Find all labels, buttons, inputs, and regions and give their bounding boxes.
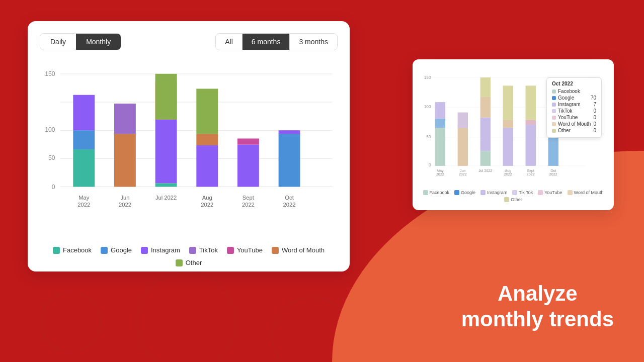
sept-youtube [237,139,259,145]
legend-color-instagram [141,247,148,254]
chart-tooltip: Oct 2022 Facebook Google 70 Instagram 7 … [546,77,602,138]
small-legend-other: Other [504,197,522,202]
small-legend-label-google: Google [461,190,475,195]
svg-text:Oct: Oct [285,195,294,201]
s-sept-youtube [526,120,536,125]
svg-text:2022: 2022 [436,172,444,176]
tooltip-color-tiktok [552,109,556,113]
legend-item-instagram: Instagram [141,246,180,254]
tooltip-val-tiktok: 0 [593,108,596,114]
svg-text:2022: 2022 [119,202,131,208]
legend-item-tiktok: TikTok [189,246,218,254]
svg-text:2022: 2022 [549,172,557,176]
svg-text:2022: 2022 [527,172,535,176]
decorative-circle-1 [40,292,101,352]
tagline-line1: Analyze [461,281,614,306]
svg-text:Sept: Sept [243,195,255,201]
tooltip-title: Oct 2022 [552,81,596,86]
may-instagram [73,95,95,130]
small-legend-facebook: Facebook [423,190,450,195]
small-legend-color-youtube [538,190,543,195]
chart-legend: Facebook Google Instagram TikTok YouTube… [40,246,338,266]
small-legend-color-instagram [480,190,486,195]
tooltip-label-youtube: YouTube [558,115,591,120]
legend-color-google [101,247,108,254]
tooltip-row-youtube: YouTube 0 [552,115,596,120]
svg-text:Aug: Aug [202,195,212,201]
3months-filter-button[interactable]: 3 months [290,34,337,50]
s-aug-other [503,85,513,120]
small-legend-color-google [454,190,459,195]
6months-filter-button[interactable]: 6 months [243,34,290,50]
svg-text:Jun: Jun [120,195,129,201]
small-legend-color-facebook [423,190,428,195]
may-facebook [73,149,95,187]
small-chart-legend: Facebook Google Instagram Tik Tok YouTub… [421,190,606,202]
small-chart-card: 150 100 50 0 [413,59,614,210]
small-legend-label-facebook: Facebook [430,190,450,195]
filter-toggle: All 6 months 3 months [215,33,338,50]
svg-text:2022: 2022 [459,172,467,176]
svg-text:2022: 2022 [77,202,90,208]
view-toggle: Daily Monthly [40,33,121,50]
svg-text:2022: 2022 [201,202,213,208]
tooltip-val-youtube: 0 [593,115,596,120]
small-legend-tiktok: Tik Tok [512,190,533,195]
legend-label-facebook: Facebook [63,246,92,254]
s-jul-other [480,77,491,97]
small-legend-youtube: YouTube [538,190,562,195]
svg-text:150: 150 [424,75,431,80]
tooltip-val-google: 70 [591,95,596,101]
bar-chart: 150 100 50 0 [40,60,338,241]
legend-item-youtube: YouTube [227,246,263,254]
svg-text:100: 100 [45,126,55,133]
tooltip-val-instagram: 7 [593,102,596,107]
s-sept-other [526,85,536,120]
small-legend-google: Google [454,190,475,195]
tooltip-val-other: 0 [593,128,596,133]
svg-text:50: 50 [426,135,431,139]
jun-wordofmouth [114,134,136,187]
tooltip-color-other [552,129,556,133]
aug-wordofmouth [196,134,218,145]
legend-label-google: Google [111,246,132,254]
tooltip-color-facebook [552,89,556,94]
small-legend-instagram: Instagram [480,190,507,195]
legend-item-wordofmouth: Word of Mouth [272,246,325,254]
s-jun-wom [458,128,468,166]
tooltip-label-tiktok: TikTok [558,108,591,114]
legend-label-other: Other [186,259,202,266]
s-jul-facebook [480,151,491,166]
legend-label-instagram: Instagram [151,246,180,254]
jul-instagram [155,120,177,184]
tooltip-label-google: Google [558,95,589,101]
s-may-google [435,119,445,128]
tooltip-color-instagram [552,103,556,107]
jul-other-main [155,74,177,120]
decorative-circle-3 [136,272,236,362]
aug-instagram [196,145,218,187]
legend-color-facebook [53,247,60,254]
svg-text:0: 0 [52,184,55,191]
s-may-instagram [435,102,445,119]
main-chart-card: Daily Monthly All 6 months 3 months 150 … [28,21,350,272]
svg-text:May: May [78,195,90,201]
s-aug-wom [503,120,513,128]
monthly-button[interactable]: Monthly [76,34,121,50]
chart-area: 150 100 50 0 [40,60,338,241]
svg-text:Jul 2022: Jul 2022 [478,169,492,173]
small-legend-label-instagram: Instagram [487,190,507,195]
legend-label-wordofmouth: Word of Mouth [282,246,325,254]
jun-tiktok [114,104,136,134]
tooltip-row-wom: Word of Mouth 0 [552,121,596,127]
tooltip-row-tiktok: TikTok 0 [552,108,596,114]
s-jul-instagram [480,118,491,151]
svg-text:0: 0 [429,163,431,167]
legend-label-youtube: YouTube [237,246,263,254]
tooltip-color-youtube [552,116,556,120]
legend-color-other [176,259,183,266]
all-filter-button[interactable]: All [216,34,243,50]
s-jul-wom [480,97,491,118]
tagline: Analyze monthly trends [461,281,614,332]
daily-button[interactable]: Daily [40,34,76,50]
